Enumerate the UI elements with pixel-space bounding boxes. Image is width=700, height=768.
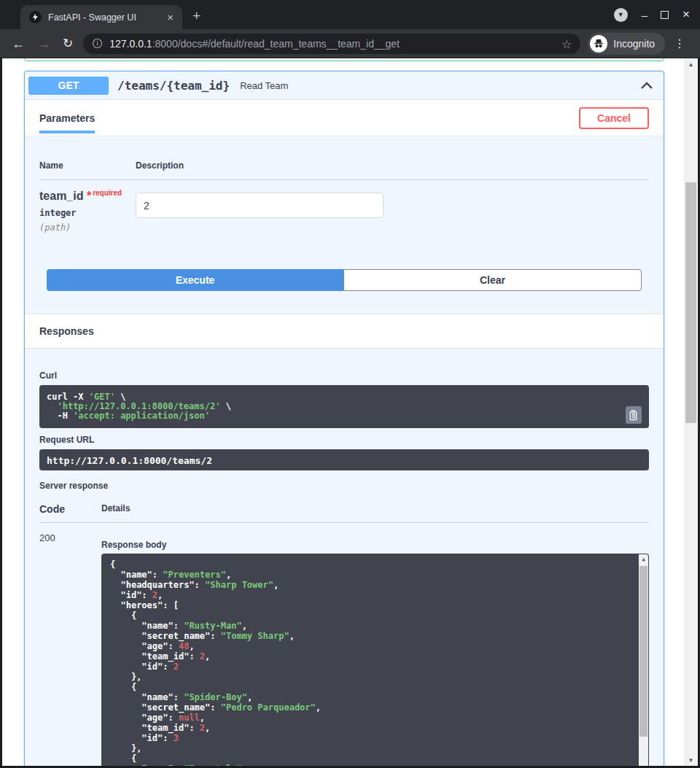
browser-navbar: ← → ↻ 127.0.0.1:8000/docs#/default/read_… xyxy=(0,29,700,58)
collapse-chevron-icon[interactable] xyxy=(640,82,653,89)
parameter-row: team_id *required integer (path) xyxy=(39,180,649,233)
browser-tab[interactable]: FastAPI - Swagger UI × xyxy=(20,5,182,29)
tab-title: FastAPI - Swagger UI xyxy=(48,12,164,23)
response-body-block: { "name": "Preventers", "headquarters": … xyxy=(101,554,649,768)
response-row: 200 Response body { "name": "Preventers"… xyxy=(39,523,649,768)
curl-label: Curl xyxy=(39,371,649,381)
team-id-input[interactable] xyxy=(136,193,384,218)
browser-menu-icon[interactable]: ⋮ xyxy=(674,36,685,50)
parameter-type: integer xyxy=(39,208,136,218)
new-tab-button[interactable]: + xyxy=(192,9,201,23)
clear-button[interactable]: Clear xyxy=(343,269,642,291)
browser-titlebar: FastAPI - Swagger UI × + ▼ – × xyxy=(0,0,700,29)
copy-to-clipboard-button[interactable] xyxy=(626,406,642,424)
back-icon[interactable]: ← xyxy=(12,37,25,50)
method-badge: GET xyxy=(28,77,109,95)
operation-header[interactable]: GET /teams/{team_id} Read Team xyxy=(25,71,664,100)
site-info-icon[interactable] xyxy=(92,38,103,49)
window-left-edge xyxy=(0,58,2,768)
page-scrollbar-thumb[interactable] xyxy=(685,182,696,423)
fastapi-favicon-icon xyxy=(29,11,42,23)
server-response-label: Server response xyxy=(39,481,649,491)
responses-title: Responses xyxy=(39,325,94,337)
get-operation-block: GET /teams/{team_id} Read Team Parameter… xyxy=(24,71,664,768)
bookmark-star-icon[interactable]: ☆ xyxy=(561,37,572,51)
endpoint-summary: Read Team xyxy=(240,80,288,91)
tab-search-button[interactable]: ▼ xyxy=(614,8,628,22)
url-bar[interactable]: 127.0.0.1:8000/docs#/default/read_team_t… xyxy=(83,34,580,54)
maximize-button[interactable] xyxy=(661,11,669,19)
execute-row: Execute Clear xyxy=(47,269,642,291)
responses-body: Curl curl -X 'GET' \ 'http://127.0.0.1:8… xyxy=(25,349,664,768)
incognito-label: Incognito xyxy=(613,38,655,50)
endpoint-path: /teams/{team_id} xyxy=(117,79,230,93)
parameter-name: team_id *required xyxy=(39,189,136,203)
tab-parameters[interactable]: Parameters xyxy=(39,100,95,136)
responses-section-header: Responses xyxy=(25,314,664,349)
minimize-button[interactable]: – xyxy=(642,9,647,21)
window-close-button[interactable]: × xyxy=(682,7,690,22)
page-scroll-down-icon[interactable]: ▼ xyxy=(684,754,698,766)
browser-window: FastAPI - Swagger UI × + ▼ – × ← → ↻ 127… xyxy=(0,0,700,768)
reload-icon[interactable]: ↻ xyxy=(63,37,73,50)
cancel-button[interactable]: Cancel xyxy=(579,107,649,129)
parameters-tabbar: Parameters Cancel xyxy=(25,100,664,136)
forward-icon[interactable]: → xyxy=(37,37,50,50)
description-column-header: Description xyxy=(136,160,184,171)
parameters-section: Name Description team_id *required integ… xyxy=(25,136,664,233)
scroll-up-icon[interactable]: ▲ xyxy=(639,554,648,565)
request-url-block: http://127.0.0.1:8000/teams/2 xyxy=(39,449,649,470)
previous-operation-block-fragment xyxy=(24,58,664,61)
name-column-header: Name xyxy=(39,160,136,171)
page-scrollbar: ▲ ▼ xyxy=(684,58,698,766)
response-table-header: Code Details xyxy=(39,503,649,523)
url-text: 127.0.0.1:8000/docs#/default/read_team_t… xyxy=(109,38,400,50)
response-scrollbar-thumb[interactable] xyxy=(639,566,648,737)
response-body-scrollbar: ▲ xyxy=(639,554,648,768)
execute-button[interactable]: Execute xyxy=(47,269,343,291)
page-scroll-up-icon[interactable]: ▲ xyxy=(684,58,698,70)
required-label: required xyxy=(93,189,122,197)
tab-close-icon[interactable]: × xyxy=(164,11,176,23)
response-body-label: Response body xyxy=(101,540,649,550)
swagger-page: GET /teams/{team_id} Read Team Parameter… xyxy=(0,58,700,768)
request-url-label: Request URL xyxy=(39,435,649,445)
incognito-icon xyxy=(590,35,607,53)
status-code: 200 xyxy=(39,523,101,768)
parameter-location: (path) xyxy=(39,222,136,233)
curl-command-block: curl -X 'GET' \ 'http://127.0.0.1:8000/t… xyxy=(39,385,649,428)
details-column-header: Details xyxy=(101,503,130,515)
incognito-badge: Incognito xyxy=(588,33,665,55)
code-column-header: Code xyxy=(39,503,101,515)
